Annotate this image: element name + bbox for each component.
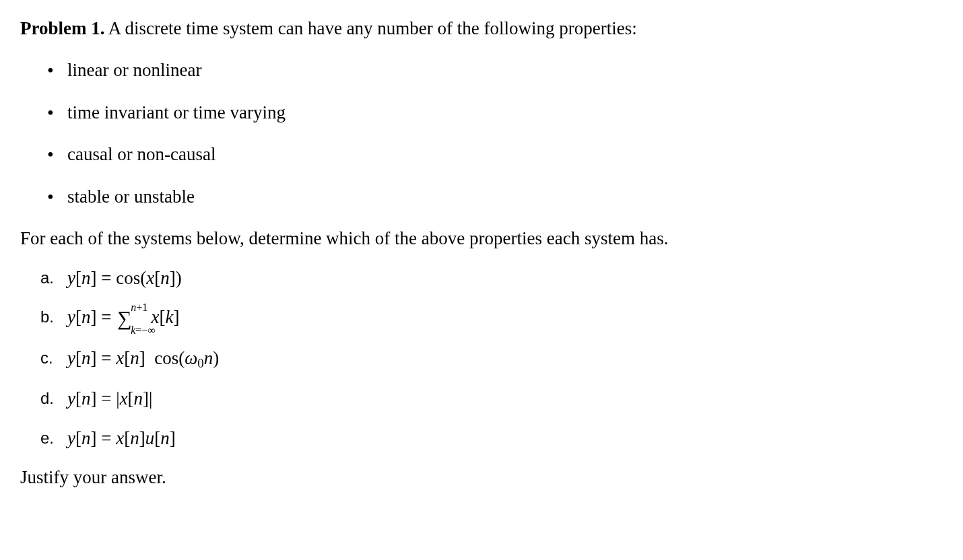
list-item: linear or nonlinear xyxy=(20,58,943,82)
eq-var: n xyxy=(204,348,213,368)
eq-func: cos xyxy=(116,268,140,288)
equation-d: y[n] = |x[n]| xyxy=(67,388,153,409)
instruction-text: For each of the systems below, determine… xyxy=(20,226,943,250)
item-label: e. xyxy=(40,426,54,450)
eq-index: n xyxy=(81,348,91,368)
system-item-e: e. y[n] = x[n]u[n] xyxy=(20,426,943,450)
sum-lower: k=−∞ xyxy=(131,323,156,338)
equation-b: y[n] = n+1 ∑ k=−∞ x[k] xyxy=(67,307,180,327)
eq-index: n xyxy=(160,428,170,448)
eq-index: n xyxy=(81,307,91,327)
equation-c: y[n] = x[n] cos(ω0n) xyxy=(67,348,219,368)
eq-var: x xyxy=(116,348,124,368)
problem-intro: A discrete time system can have any numb… xyxy=(108,18,637,38)
eq-var: x xyxy=(146,268,154,288)
eq-index: n xyxy=(81,428,91,448)
systems-list: a. y[n] = cos(x[n]) b. y[n] = n+1 ∑ k=−∞… xyxy=(20,266,943,451)
eq-index: k xyxy=(166,307,174,327)
eq-index: n xyxy=(81,388,91,409)
eq-index: n xyxy=(130,428,139,448)
system-item-d: d. y[n] = |x[n]| xyxy=(20,386,943,411)
system-item-b: b. y[n] = n+1 ∑ k=−∞ x[k] xyxy=(20,305,943,331)
equation-e: y[n] = x[n]u[n] xyxy=(67,428,176,448)
item-label: c. xyxy=(40,346,53,370)
eq-var: ω xyxy=(185,348,197,368)
eq-index: n xyxy=(130,348,139,368)
document-page: Problem 1. A discrete time system can ha… xyxy=(0,0,963,506)
eq-index: n xyxy=(160,268,170,288)
list-item: causal or non-causal xyxy=(20,142,943,166)
summation: n+1 ∑ k=−∞ xyxy=(117,307,131,331)
eq-var: u xyxy=(145,428,155,448)
eq-sub: 0 xyxy=(197,356,203,370)
item-label: a. xyxy=(40,266,54,290)
eq-var: y xyxy=(67,388,75,409)
eq-var: x xyxy=(120,388,128,409)
system-item-a: a. y[n] = cos(x[n]) xyxy=(20,266,943,290)
item-label: d. xyxy=(40,386,54,411)
eq-index: n xyxy=(134,388,143,409)
eq-func: cos xyxy=(154,348,178,368)
eq-var: y xyxy=(67,268,75,288)
property-list: linear or nonlinear time invariant or ti… xyxy=(20,58,943,209)
eq-var: y xyxy=(67,428,75,448)
eq-text: =−∞ xyxy=(135,324,155,336)
system-item-c: c. y[n] = x[n] cos(ω0n) xyxy=(20,346,943,372)
eq-var: x xyxy=(116,428,124,448)
item-label: b. xyxy=(40,305,54,329)
sum-upper: n+1 xyxy=(131,300,147,315)
eq-index: n xyxy=(81,268,91,288)
list-item: stable or unstable xyxy=(20,184,943,209)
eq-text: +1 xyxy=(136,302,147,313)
problem-header: Problem 1. A discrete time system can ha… xyxy=(20,16,943,40)
justify-text: Justify your answer. xyxy=(20,465,943,489)
eq-var: y xyxy=(67,348,75,368)
equation-a: y[n] = cos(x[n]) xyxy=(67,268,182,288)
list-item: time invariant or time varying xyxy=(20,100,943,125)
eq-var: y xyxy=(67,307,75,327)
problem-label: Problem 1. xyxy=(20,18,104,38)
sigma-symbol: ∑ xyxy=(117,308,131,328)
